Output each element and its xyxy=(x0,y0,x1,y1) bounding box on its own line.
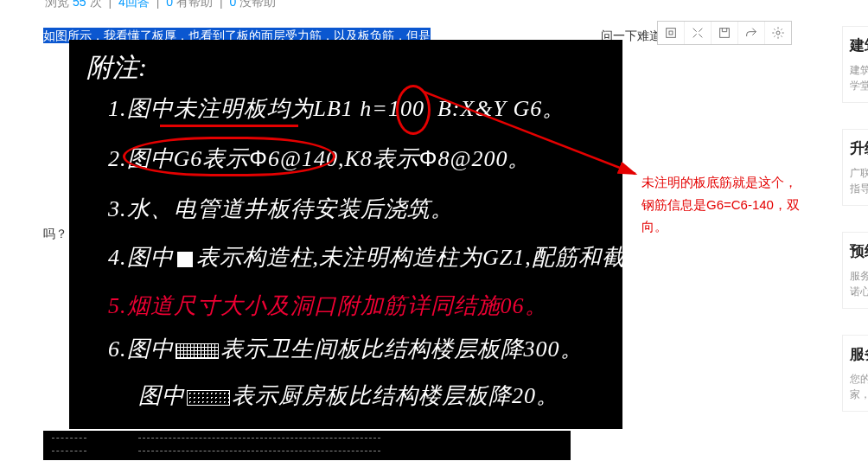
side-desc: 建筑 xyxy=(850,62,865,78)
thumbnail-image[interactable] xyxy=(43,431,571,460)
views-count: 55 xyxy=(73,0,86,9)
side-desc: 服务 xyxy=(850,268,865,284)
image-toolbar xyxy=(657,21,792,45)
side-card-4[interactable]: 服务 您的 家， xyxy=(842,335,868,412)
question-mark: 吗？ xyxy=(43,227,67,242)
cad-l7b: 表示厨房板比结构楼层板降20。 xyxy=(232,383,559,408)
side-title: 建筑 xyxy=(850,35,865,55)
side-title: 预约 xyxy=(850,241,865,261)
cad-line-7: 图中表示厨房板比结构楼层板降20。 xyxy=(138,381,559,411)
share-icon[interactable] xyxy=(738,22,765,44)
side-card-3[interactable]: 预约 服务 诺心 xyxy=(842,232,868,309)
cad-l6b: 表示卫生间板比结构楼层板降300。 xyxy=(220,336,584,362)
annotation-line1: 未注明的板底筋就是这个， xyxy=(641,171,849,194)
solid-box-icon xyxy=(177,252,193,267)
cad-line-4: 4.图中表示构造柱,未注明构造柱为GZ1,配筋和截面见详图。 xyxy=(108,242,622,272)
cad-l7a: 图中 xyxy=(138,383,185,408)
settings-icon[interactable] xyxy=(765,22,791,44)
cad-notes-title: 附注: xyxy=(86,50,147,86)
svg-rect-0 xyxy=(667,29,676,38)
cad-l1b: B xyxy=(437,96,452,121)
post-meta: 浏览55次 | 4回答 | 0有帮助 | 0没帮助 xyxy=(43,0,830,10)
like-count: 0 xyxy=(166,0,173,9)
hatch-box-dots-icon xyxy=(187,390,230,406)
cad-line-3: 3.水、电管道井板待安装后浇筑。 xyxy=(108,194,454,224)
save-icon[interactable] xyxy=(712,22,738,44)
annotation-line2: 钢筋信息是G6=C6-140，双 xyxy=(641,194,849,216)
side-card-2[interactable]: 升级 广联 指导 xyxy=(842,129,868,206)
side-desc: 家， xyxy=(850,387,865,402)
side-desc: 广联 xyxy=(850,165,865,181)
sidebar: 建筑 建筑 学堂 升级 广联 指导 预约 服务 诺心 服务 您的 家， xyxy=(841,0,868,461)
red-circle-g6 xyxy=(123,137,335,176)
cad-line-5: 5.烟道尺寸大小及洞口附加筋详同结施06。 xyxy=(108,291,548,321)
onetoone-icon[interactable] xyxy=(658,22,685,44)
side-desc: 诺心 xyxy=(850,284,865,299)
cad-l1c: :X&Y G6。 xyxy=(452,96,566,121)
hatch-box-icon xyxy=(176,343,219,359)
svg-rect-2 xyxy=(720,29,730,38)
sep: | xyxy=(220,0,223,9)
side-desc: 您的 xyxy=(850,371,865,387)
cad-l4b: 表示构造柱,未注明构造柱为GZ1,配筋和截面见详图。 xyxy=(196,245,623,270)
views-suffix: 次 xyxy=(90,0,102,9)
main-content: 浏览55次 | 4回答 | 0有帮助 | 0没帮助 如图所示，我看懂了板厚，也看… xyxy=(0,0,830,45)
side-desc: 学堂 xyxy=(850,78,865,93)
side-title: 升级 xyxy=(850,138,865,158)
cad-l6a: 6.图中 xyxy=(108,336,174,362)
fullscreen-icon[interactable] xyxy=(685,22,712,44)
red-underline xyxy=(160,125,298,127)
svg-rect-1 xyxy=(669,31,673,35)
side-card-1[interactable]: 建筑 建筑 学堂 xyxy=(842,26,868,103)
cad-l4a: 4.图中 xyxy=(108,245,174,270)
cad-l2c: ,K8表示 xyxy=(338,146,419,171)
cad-line-1: 1.图中未注明板均为LB1 h=100 B:X&Y G6。 xyxy=(108,93,565,124)
side-desc: 指导 xyxy=(850,181,865,196)
cad-l1a: 1.图中未注明板均为LB1 h=100 xyxy=(108,96,424,121)
svg-point-3 xyxy=(776,31,780,35)
views-prefix: 浏览 xyxy=(45,0,69,9)
cad-image[interactable]: 附注: 1.图中未注明板均为LB1 h=100 B:X&Y G6。 2.图中G6… xyxy=(69,40,622,429)
red-circle-b xyxy=(396,85,431,135)
side-title: 服务 xyxy=(850,344,865,364)
replies: 4回答 xyxy=(118,0,150,9)
cad-l2d: 8@200。 xyxy=(438,146,532,171)
like-label: 有帮助 xyxy=(176,0,213,9)
red-annotation: 未注明的板底筋就是这个， 钢筋信息是G6=C6-140，双 向。 xyxy=(641,171,849,238)
sep: | xyxy=(108,0,112,9)
dislike-count: 0 xyxy=(229,0,236,9)
annotation-line3: 向。 xyxy=(641,215,849,238)
cad-line-6: 6.图中表示卫生间板比结构楼层板降300。 xyxy=(108,334,584,364)
dislike-label: 没帮助 xyxy=(239,0,276,9)
sep: | xyxy=(156,0,160,9)
